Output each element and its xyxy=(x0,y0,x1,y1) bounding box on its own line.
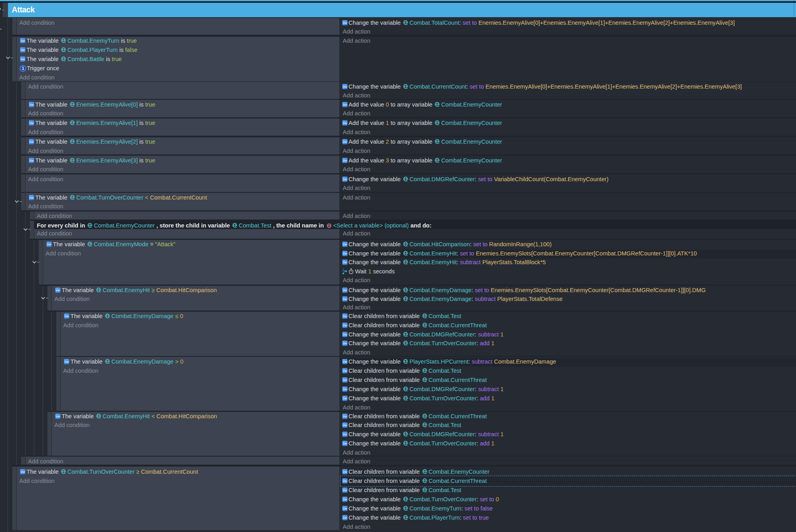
svg-text:Var: Var xyxy=(343,442,347,445)
svg-text:Var: Var xyxy=(343,85,347,89)
svg-text:Var: Var xyxy=(343,314,347,318)
svg-text:Var: Var xyxy=(20,48,25,52)
svg-text:Var: Var xyxy=(343,516,347,520)
svg-text:Var: Var xyxy=(343,140,347,144)
svg-text:Var: Var xyxy=(343,498,347,501)
svg-text:Var: Var xyxy=(343,178,347,181)
svg-text:Var: Var xyxy=(343,415,347,418)
svg-text:Var: Var xyxy=(29,140,34,144)
svg-text:Var: Var xyxy=(20,470,25,474)
svg-text:Var: Var xyxy=(343,159,347,162)
svg-text:Var: Var xyxy=(64,314,69,318)
svg-text:Var: Var xyxy=(343,388,347,391)
svg-text:Var: Var xyxy=(20,57,25,61)
svg-text:Var: Var xyxy=(29,159,34,162)
svg-text:Var: Var xyxy=(47,243,51,246)
svg-text:Var: Var xyxy=(343,378,347,382)
svg-text:Var: Var xyxy=(343,488,347,492)
svg-text:Var: Var xyxy=(343,261,347,264)
svg-text:Var: Var xyxy=(55,415,60,418)
svg-text:Var: Var xyxy=(343,342,347,345)
svg-text:Var: Var xyxy=(343,243,347,246)
svg-text:Var: Var xyxy=(343,103,347,107)
svg-text:Var: Var xyxy=(29,103,34,107)
svg-text:Var: Var xyxy=(343,289,347,292)
svg-text:Var: Var xyxy=(29,121,34,125)
svg-text:Var: Var xyxy=(343,479,347,483)
svg-text:Var: Var xyxy=(343,433,347,436)
svg-text:Var: Var xyxy=(343,507,347,510)
svg-text:Var: Var xyxy=(29,196,34,200)
svg-text:Var: Var xyxy=(343,360,347,364)
svg-text:Var: Var xyxy=(20,39,25,43)
svg-text:Var: Var xyxy=(343,397,347,400)
svg-text:Var: Var xyxy=(343,324,347,327)
svg-text:Var: Var xyxy=(343,297,347,301)
svg-text:Var: Var xyxy=(343,121,347,125)
svg-text:Var: Var xyxy=(343,369,347,373)
svg-text:Var: Var xyxy=(343,470,347,474)
svg-text:Var: Var xyxy=(55,289,60,292)
svg-text:Var: Var xyxy=(343,21,347,25)
svg-text:Var: Var xyxy=(343,333,347,336)
svg-text:1: 1 xyxy=(22,66,24,71)
svg-text:Var: Var xyxy=(343,423,347,427)
svg-text:Var: Var xyxy=(343,252,347,255)
svg-text:Var: Var xyxy=(64,360,69,364)
